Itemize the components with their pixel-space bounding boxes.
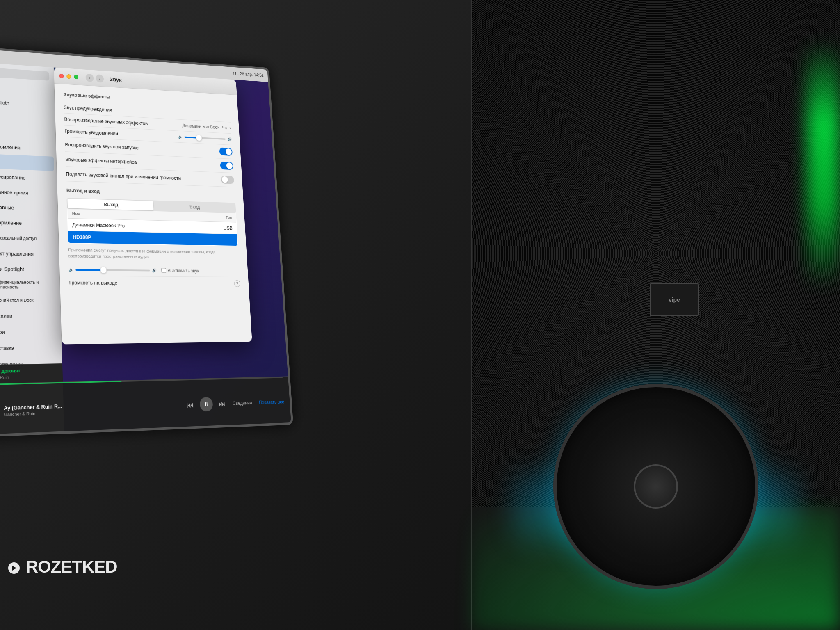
music-sidebar-info: Нас не догонят Gancher & Ruin bbox=[0, 363, 63, 384]
prev-button[interactable]: ⏮ bbox=[187, 400, 194, 410]
minimize-button[interactable] bbox=[66, 74, 71, 78]
menubar-time: Пт, 26 апр. 14:51 bbox=[233, 71, 264, 78]
track-info: Ay (Gancher & Ruin R... Gancher & Ruin bbox=[4, 399, 183, 417]
vol-min-icon: 🔈 bbox=[69, 267, 73, 272]
sidebar-label-screensaver: Заставка bbox=[0, 345, 14, 351]
sidebar-label-appearance: Оформление bbox=[0, 219, 22, 226]
sidebar-item-privacy[interactable]: 🛡 Конфиденциальность и безопасность bbox=[0, 277, 57, 292]
mute-label: Выключить звук bbox=[167, 268, 199, 274]
window-title: Звук bbox=[110, 76, 122, 83]
nav-controls: ‹ › bbox=[85, 73, 104, 82]
sidebar-item-wallpaper[interactable]: 🖼 Обои bbox=[0, 324, 59, 340]
macbook: 🍎 Пт, 26 апр. 14:51 🔍 Поиск 📶 Wi-Fi 🔵 Bl… bbox=[0, 46, 316, 578]
speaker-brand-logo: vipe bbox=[650, 283, 699, 316]
volume-min-icon: 🔈 bbox=[178, 135, 183, 139]
settings-content: Звуковые эффекты Звук предупреждения Вос… bbox=[54, 84, 252, 345]
sidebar-label-siri: Siri и Spotlight bbox=[0, 266, 24, 272]
section-output-input-title: Выход и вход bbox=[66, 187, 235, 199]
close-button[interactable] bbox=[59, 73, 64, 78]
sidebar-item-display[interactable]: 📺 Дисплеи bbox=[0, 308, 59, 324]
output-volume-label-row: Громкость на выходе ? bbox=[69, 276, 241, 290]
device-name-hd188p: HD188P bbox=[68, 231, 199, 245]
startup-sound-toggle[interactable] bbox=[219, 147, 233, 156]
show-all-label[interactable]: Показать все bbox=[259, 399, 285, 405]
sound-on-change-toggle[interactable] bbox=[221, 176, 234, 184]
sidebar-label-focus: Фокусирование bbox=[0, 173, 25, 180]
interface-effects-toggle[interactable] bbox=[220, 162, 234, 170]
speaker-woofer bbox=[553, 384, 758, 589]
tab-input[interactable]: Вход bbox=[153, 201, 235, 212]
volume-max-icon: 🔊 bbox=[227, 137, 231, 141]
output-slider-fill bbox=[75, 269, 102, 271]
sidebar-label-accessibility: Универсальный доступ bbox=[0, 235, 37, 241]
interface-effects-label: Звуковые эффекты интерфейса bbox=[65, 156, 220, 168]
sidebar-item-accessibility[interactable]: ♿ Универсальный доступ bbox=[0, 230, 56, 246]
sidebar-label-screentime: Экранное время bbox=[0, 189, 28, 196]
sidebar-label-display: Дисплеи bbox=[0, 313, 12, 319]
output-volume-label: Громкость на выходе bbox=[69, 280, 234, 286]
sidebar-item-screensaver[interactable]: ✨ Заставка bbox=[0, 340, 59, 356]
sidebar-item-screentime[interactable]: ⏱ Экранное время bbox=[0, 183, 55, 201]
mute-label-container: Выключить звук bbox=[161, 268, 199, 274]
sidebar-label-desktop: Рабочий стол и Dock bbox=[0, 298, 34, 303]
macbook-screen: 🍎 Пт, 26 апр. 14:51 🔍 Поиск 📶 Wi-Fi 🔵 Bl… bbox=[0, 46, 293, 437]
slider-fill bbox=[185, 136, 197, 138]
devices-table: Имя Тип Динамики MacBook Pro USB HD188P bbox=[67, 209, 238, 246]
play-pause-button[interactable]: ⏸ bbox=[199, 397, 213, 412]
notification-slider[interactable]: 🔈 🔊 bbox=[178, 135, 232, 141]
device-type-macbook: USB bbox=[198, 221, 237, 234]
search-box[interactable]: 🔍 Поиск bbox=[0, 66, 49, 81]
music-mini-artist-label: Gancher & Ruin bbox=[0, 374, 57, 380]
chevron-icon: › bbox=[229, 126, 231, 130]
speaker: vipe bbox=[471, 0, 840, 630]
rgb-green-light bbox=[807, 41, 840, 287]
sidebar-label-privacy: Конфиденциальность и безопасность bbox=[0, 280, 52, 290]
sidebar-label-general: Основные bbox=[0, 204, 14, 210]
music-mini-song: Нас не догонят bbox=[0, 368, 21, 374]
sidebar-item-general[interactable]: ⚙️ Основные bbox=[0, 199, 55, 216]
watermark-text: ROZETKED bbox=[26, 557, 117, 576]
play-effects-value: Динамики MacBook Pro bbox=[182, 123, 227, 130]
sidebar-label-notifications: Уведомления bbox=[0, 143, 21, 150]
notification-slider-track[interactable] bbox=[185, 136, 226, 139]
output-volume-row: 🔈 🔊 Выключить звук bbox=[68, 264, 240, 277]
output-slider-thumb[interactable] bbox=[100, 267, 107, 273]
play-effects-right: Динамики MacBook Pro › bbox=[182, 123, 231, 130]
sidebar-item-appearance[interactable]: 🎨 Оформление bbox=[0, 214, 56, 231]
settings-window: ‹ › Звук Звуковые эффекты Звук предупреж… bbox=[54, 68, 252, 345]
startup-sound-label: Воспроизводить звук при запуске bbox=[65, 142, 219, 154]
sidebar-label-controlcenter: Пункт управления bbox=[0, 250, 34, 257]
help-button[interactable]: ? bbox=[234, 280, 240, 287]
music-main-row: Ay (Gancher & Ruin R... Gancher & Ruin ⏮… bbox=[0, 381, 291, 435]
slider-thumb[interactable] bbox=[196, 135, 202, 141]
sidebar-label-bluetooth: Bluetooth bbox=[0, 99, 9, 106]
sidebar-item-focus[interactable]: 🎯 Фокусирование bbox=[0, 168, 55, 186]
output-volume-slider[interactable]: 🔈 🔊 Выключить звук bbox=[69, 267, 240, 274]
watermark-play-icon bbox=[8, 562, 20, 574]
vol-max-icon: 🔊 bbox=[152, 268, 156, 272]
output-input-section: Выход и вход Выход Вход Имя Тип bbox=[66, 187, 241, 290]
col-type-header: Тип bbox=[198, 212, 237, 222]
nav-back-button[interactable]: ‹ bbox=[85, 73, 94, 82]
music-controls: ⏮ ⏸ ⏭ bbox=[186, 397, 226, 412]
watermark: ROZETKED bbox=[8, 557, 117, 577]
details-label[interactable]: Сведения bbox=[233, 400, 252, 406]
next-button[interactable]: ⏭ bbox=[218, 399, 226, 409]
tab-output[interactable]: Выход bbox=[67, 199, 153, 210]
mute-checkbox[interactable] bbox=[161, 268, 166, 273]
sidebar-item-desktop[interactable]: 🖥 Рабочий стол и Dock bbox=[0, 292, 58, 308]
back-arrow-icon: ‹ bbox=[89, 75, 91, 80]
music-player: 3:22 Ay (Gancher & Ruin R... Gancher & R… bbox=[0, 376, 291, 435]
sidebar-label-wallpaper: Обои bbox=[0, 329, 5, 335]
output-slider-track[interactable] bbox=[75, 269, 150, 271]
device-type-hd188p bbox=[199, 233, 237, 246]
sidebar-item-wifi[interactable]: 📶 Wi-Fi bbox=[0, 79, 52, 98]
spatial-audio-note: Приложения смогут получать доступ к инфо… bbox=[68, 247, 239, 261]
sidebar-item-controlcenter[interactable]: 🎛 Пункт управления bbox=[0, 245, 57, 261]
sound-on-change-label: Подавать звуковой сигнал при изменении г… bbox=[66, 171, 221, 183]
maximize-button[interactable] bbox=[74, 75, 78, 79]
forward-arrow-icon: › bbox=[99, 76, 100, 81]
nav-forward-button[interactable]: › bbox=[96, 74, 104, 83]
sidebar-item-siri[interactable]: 🎙 Siri и Spotlight bbox=[0, 261, 57, 277]
